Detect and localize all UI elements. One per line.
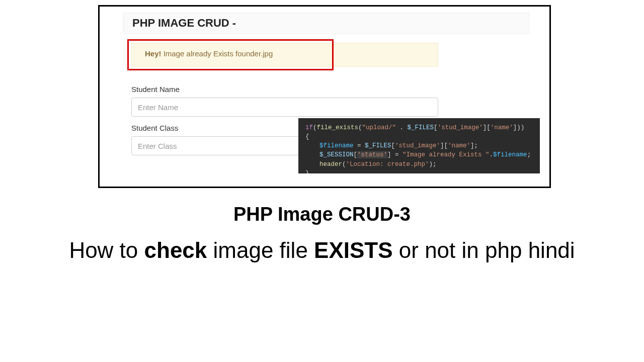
code-line-1: if(file_exists("upload/" . $_FILES['stud… [305, 123, 533, 132]
code-line-3: $filename = $_FILES['stud_image']['name'… [305, 141, 533, 150]
card-header: PHP IMAGE CRUD - [123, 13, 529, 34]
code-line-2: { [305, 132, 533, 141]
alert-text: Hey! Image already Exists founder.jpg [145, 49, 273, 58]
student-name-input[interactable] [131, 98, 438, 117]
code-snippet: if(file_exists("upload/" . $_FILES['stud… [298, 118, 540, 173]
code-line-4: $_SESSION['status'] = "Image already Exi… [305, 150, 533, 159]
caption-title: PHP Image CRUD-3 [0, 204, 644, 225]
screenshot-frame: PHP IMAGE CRUD - Hey! Image already Exis… [98, 5, 551, 188]
alert-prefix: Hey! [145, 49, 162, 58]
page-title: PHP IMAGE CRUD - [132, 17, 236, 30]
code-line-5: header('Location: create.php'); [305, 160, 533, 169]
alert-message: Image already Exists founder.jpg [162, 49, 273, 58]
student-name-label: Student Name [131, 85, 438, 94]
code-line-6: } [305, 169, 533, 173]
caption-subtitle: How to check image file EXISTS or not in… [0, 236, 644, 264]
